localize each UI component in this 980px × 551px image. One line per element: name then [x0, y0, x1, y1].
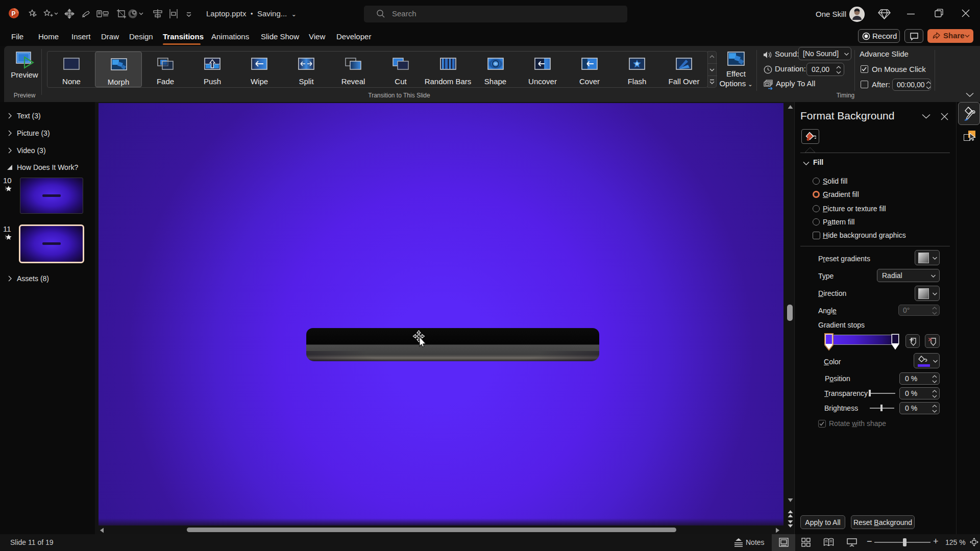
svg-text:P: P: [12, 10, 16, 17]
